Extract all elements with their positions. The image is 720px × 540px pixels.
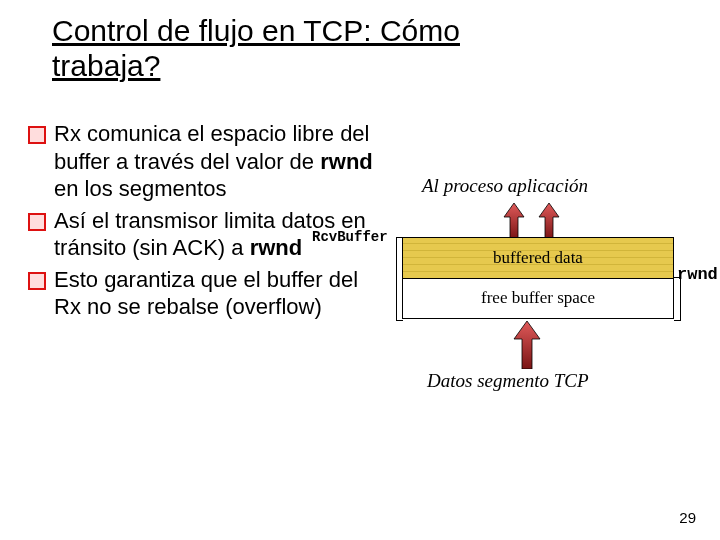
bullet-icon [28,213,46,231]
tcp-segment-label: Datos segmento TCP [427,370,589,392]
svg-marker-0 [504,203,524,239]
bullet-list: Rx comunica el espacio libre del buffer … [28,120,378,325]
bullet-item: Rx comunica el espacio libre del buffer … [28,120,378,203]
slide-title: Control de flujo en TCP: Cómo trabaja? [52,14,552,83]
svg-marker-2 [514,321,540,369]
rcvbuffer-label: RcvBuffer [312,229,388,245]
buffered-region: buffered data [403,238,673,279]
buffer-diagram: Al proceso aplicación RcvBuffer buffered… [372,165,702,425]
svg-marker-1 [539,203,559,239]
app-process-label: Al proceso aplicación [422,175,588,197]
bullet-text: Rx comunica el espacio libre del buffer … [54,120,378,203]
free-region: free buffer space [403,278,673,318]
bullet-icon [28,126,46,144]
bullet-icon [28,272,46,290]
bullet-text: Esto garantiza que el buffer del Rx no s… [54,266,378,321]
rwnd-label: rwnd [677,265,718,284]
receive-buffer: buffered data free buffer space [402,237,674,319]
bullet-item: Esto garantiza que el buffer del Rx no s… [28,266,378,321]
arrow-to-app-icon [502,203,526,239]
page-number: 29 [679,509,696,526]
arrow-to-app-icon [537,203,561,239]
arrow-from-tcp-icon [512,321,542,369]
